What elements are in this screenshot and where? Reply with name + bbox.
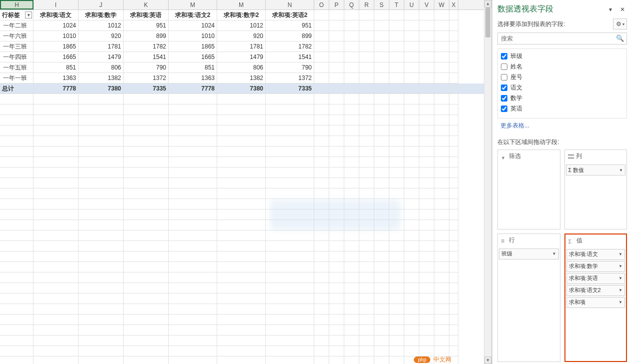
cell[interactable]: 1479 [217, 52, 266, 62]
cell[interactable] [217, 126, 266, 136]
cell[interactable] [389, 325, 404, 336]
cell[interactable] [434, 230, 449, 241]
filter-dropdown-icon[interactable] [25, 12, 32, 18]
cell[interactable] [329, 325, 344, 336]
cell[interactable] [419, 314, 434, 325]
cell[interactable] [79, 356, 124, 364]
cell[interactable] [344, 262, 359, 272]
cell[interactable] [359, 73, 374, 84]
cell[interactable] [434, 304, 449, 314]
cell[interactable] [434, 336, 449, 346]
cell[interactable] [79, 94, 124, 104]
field-checkbox[interactable] [501, 84, 507, 91]
cell[interactable]: 1865 [169, 42, 217, 52]
cell[interactable] [389, 304, 404, 314]
cell[interactable] [434, 241, 449, 252]
cell[interactable] [419, 210, 434, 220]
cell[interactable] [0, 199, 34, 210]
cell[interactable] [34, 356, 79, 364]
cell[interactable] [344, 283, 359, 294]
cell[interactable] [404, 42, 419, 52]
cell[interactable] [404, 104, 419, 115]
cell[interactable] [266, 272, 314, 283]
cell[interactable] [266, 188, 314, 199]
cell[interactable] [266, 146, 314, 157]
values-pill[interactable]: 求和项:语文▼ [566, 249, 625, 260]
cell[interactable] [389, 10, 404, 20]
cell[interactable] [449, 325, 458, 336]
cell[interactable] [419, 304, 434, 314]
cell[interactable]: 一年三班 [0, 42, 34, 52]
cell[interactable] [329, 94, 344, 104]
cell[interactable] [344, 241, 359, 252]
cell[interactable] [0, 252, 34, 262]
cell[interactable] [34, 294, 79, 304]
cell[interactable] [449, 31, 458, 42]
cell[interactable] [0, 283, 34, 294]
cell[interactable] [344, 104, 359, 115]
cell[interactable] [329, 304, 344, 314]
cell[interactable] [34, 115, 79, 126]
cell[interactable]: 790 [124, 62, 169, 73]
cell[interactable] [449, 126, 458, 136]
cell[interactable] [404, 252, 419, 262]
cell[interactable] [79, 325, 124, 336]
cell[interactable] [434, 146, 449, 157]
cell[interactable] [34, 188, 79, 199]
cell[interactable] [344, 188, 359, 199]
cell[interactable] [169, 220, 217, 230]
cell[interactable] [79, 104, 124, 115]
cell[interactable] [359, 62, 374, 73]
cell[interactable] [434, 73, 449, 84]
cell[interactable] [419, 115, 434, 126]
cell[interactable] [404, 210, 419, 220]
chevron-down-icon[interactable]: ▼ [552, 252, 556, 256]
column-header-O[interactable]: O [314, 0, 329, 10]
cell[interactable] [434, 10, 449, 20]
cell[interactable] [79, 304, 124, 314]
cell[interactable] [217, 272, 266, 283]
cell[interactable] [449, 294, 458, 304]
cell[interactable] [374, 294, 389, 304]
cell[interactable] [359, 304, 374, 314]
cell[interactable] [0, 262, 34, 272]
cell[interactable] [266, 283, 314, 294]
cell[interactable] [0, 325, 34, 336]
cell[interactable] [329, 157, 344, 168]
cell[interactable] [374, 157, 389, 168]
cell[interactable] [314, 115, 329, 126]
cell[interactable] [419, 84, 434, 94]
cell[interactable] [314, 84, 329, 94]
cell[interactable] [374, 52, 389, 62]
cell[interactable] [329, 10, 344, 20]
cell[interactable] [449, 252, 458, 262]
cell[interactable] [404, 199, 419, 210]
cell[interactable] [329, 115, 344, 126]
cell[interactable] [419, 62, 434, 73]
chevron-down-icon[interactable]: ▼ [618, 300, 622, 304]
cell[interactable] [344, 294, 359, 304]
cell[interactable] [344, 84, 359, 94]
columns-pill[interactable]: Σ 数值▼ [566, 164, 626, 176]
cell[interactable] [344, 94, 359, 104]
cell[interactable] [314, 252, 329, 262]
cell[interactable] [329, 272, 344, 283]
cell[interactable] [0, 314, 34, 325]
cell[interactable] [434, 42, 449, 52]
cell[interactable] [34, 283, 79, 294]
cell[interactable] [449, 199, 458, 210]
cell[interactable] [217, 199, 266, 210]
cell[interactable] [449, 304, 458, 314]
cell[interactable] [374, 10, 389, 20]
cell[interactable]: 求和项:语文2 [169, 10, 217, 20]
cell[interactable]: 1010 [169, 31, 217, 42]
cell[interactable] [124, 252, 169, 262]
cell[interactable] [217, 220, 266, 230]
vertical-scrollbar[interactable]: ▲ ▼ [484, 0, 491, 364]
cell[interactable] [124, 294, 169, 304]
column-header-R[interactable]: R [359, 0, 374, 10]
cell[interactable] [404, 31, 419, 42]
cell[interactable] [34, 146, 79, 157]
cell[interactable] [434, 52, 449, 62]
cell[interactable] [34, 346, 79, 356]
